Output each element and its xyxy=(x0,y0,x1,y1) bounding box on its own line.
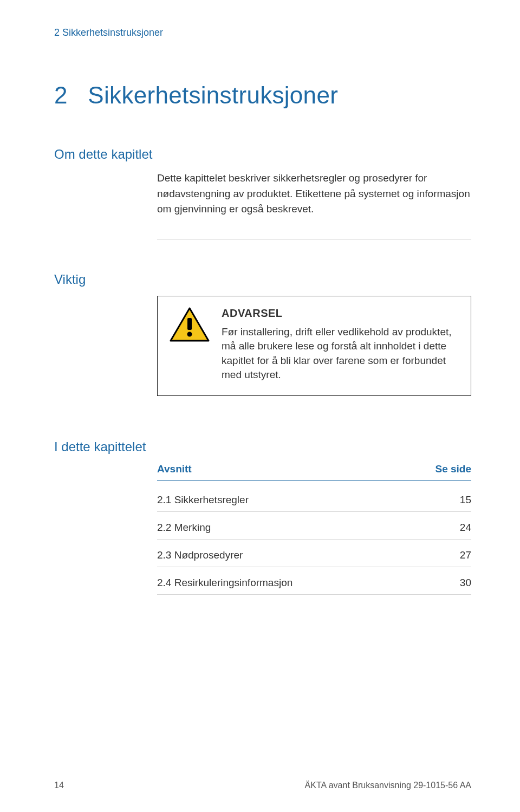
toc-row-label: 2.2 Merking xyxy=(157,522,211,534)
warning-icon xyxy=(170,307,210,345)
toc-row[interactable]: 2.2 Merking 24 xyxy=(157,512,471,540)
toc-row[interactable]: 2.3 Nødprosedyrer 27 xyxy=(157,540,471,567)
footer-doc-id: ÄKTA avant Bruksanvisning 29-1015-56 AA xyxy=(305,781,471,790)
warning-content: ADVARSEL Før installering, drift eller v… xyxy=(222,307,459,382)
section-about: Om dette kapitlet Dette kapittelet beskr… xyxy=(54,147,471,239)
toc-row-label: 2.1 Sikkerhetsregler xyxy=(157,494,249,506)
toc-row[interactable]: 2.4 Resirkuleringsinformasjon 30 xyxy=(157,567,471,595)
section-heading-about: Om dette kapitlet xyxy=(54,147,471,162)
section-heading-toc: I dette kapittelet xyxy=(54,439,471,454)
toc-header-row: Avsnitt Se side xyxy=(157,463,471,481)
toc-row[interactable]: 2.1 Sikkerhetsregler 15 xyxy=(157,484,471,512)
chapter-title: 2 Sikkerhetsinstruksjoner xyxy=(54,82,471,109)
breadcrumb: 2 Sikkerhetsinstruksjoner xyxy=(54,27,471,38)
toc-row-label: 2.4 Resirkuleringsinformasjon xyxy=(157,577,292,589)
svg-point-2 xyxy=(187,332,192,336)
svg-rect-1 xyxy=(187,318,192,330)
paragraph-about: Dette kapittelet beskriver sikkerhetsreg… xyxy=(157,171,471,217)
page-footer: 14 ÄKTA avant Bruksanvisning 29-1015-56 … xyxy=(54,781,471,790)
toc-col-section: Avsnitt xyxy=(157,463,192,475)
toc-row-page: 27 xyxy=(460,549,471,561)
chapter-number: 2 xyxy=(54,82,68,108)
document-page: 2 Sikkerhetsinstruksjoner 2 Sikkerhetsin… xyxy=(0,0,520,812)
toc-row-page: 24 xyxy=(460,522,471,534)
warning-title: ADVARSEL xyxy=(222,307,459,320)
section-important: Viktig ADVARSEL Før installering, drift … xyxy=(54,272,471,396)
toc-row-page: 15 xyxy=(460,494,471,506)
chapter-name: Sikkerhetsinstruksjoner xyxy=(88,82,338,108)
warning-body: Før installering, drift eller vedlikehol… xyxy=(222,325,459,382)
warning-box: ADVARSEL Før installering, drift eller v… xyxy=(157,296,471,396)
divider xyxy=(157,239,471,239)
toc-row-label: 2.3 Nødprosedyrer xyxy=(157,549,243,561)
footer-page-number: 14 xyxy=(54,781,64,790)
toc-col-page: Se side xyxy=(435,463,471,475)
section-toc: I dette kapittelet Avsnitt Se side 2.1 S… xyxy=(54,439,471,595)
toc-row-page: 30 xyxy=(460,577,471,589)
section-heading-important: Viktig xyxy=(54,272,471,287)
